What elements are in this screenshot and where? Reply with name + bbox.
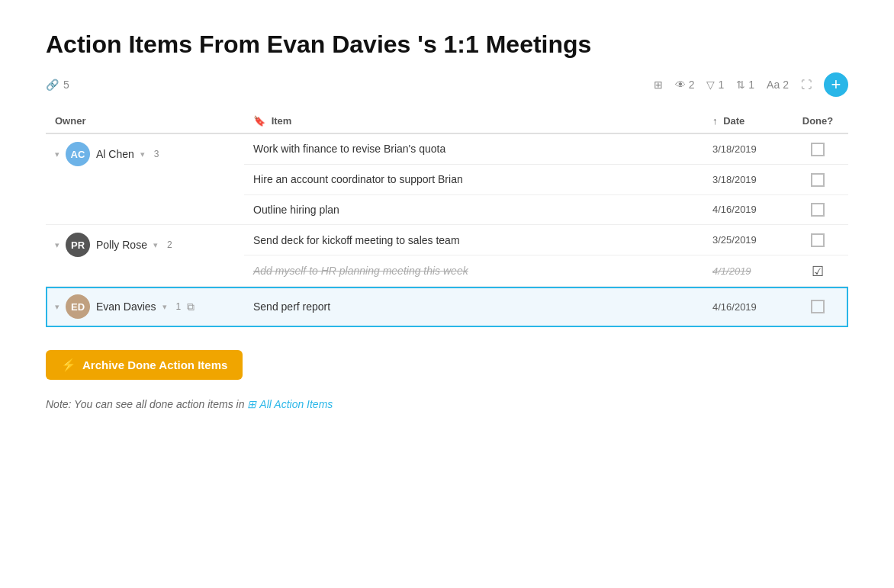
date-cell: 3/18/2019 [703,164,787,194]
date-cell: 4/16/2019 [703,194,787,225]
table-row: ▾ AC Al Chen ▾ 3 Work with finance to re… [46,133,848,164]
done-cell[interactable] [787,133,848,164]
sort-button[interactable]: ⇅ 1 [736,79,754,91]
checkbox-unchecked[interactable] [811,143,825,156]
owner-name: Polly Rose [96,239,147,251]
owner-cell: ▾ ED Evan Davies ▾ 1 ⧉ [46,287,244,327]
item-cell[interactable]: Send perf report [244,287,703,327]
all-action-items-link[interactable]: ⊞ All Action Items [247,398,333,410]
expand-button[interactable]: ⛶ [801,79,812,91]
action-items-table: Owner 🔖 Item ↑ Date Done? ▾ AC Al Chen ▾… [46,109,848,327]
owner-dropdown-icon[interactable]: ▾ [140,149,145,159]
item-cell: Hire an account coordinator to support B… [244,164,703,194]
archive-label: Archive Done Action Items [82,358,227,371]
sort-icon: ⇅ [736,79,745,91]
owner-dropdown-icon[interactable]: ▾ [153,240,158,250]
owner-name: Al Chen [96,148,134,160]
item-cell: Outline hiring plan [244,194,703,225]
archive-button[interactable]: ⚡ Archive Done Action Items [46,350,243,380]
note-text: Note: You can see all done action items … [46,398,848,410]
sort-count: 1 [748,79,754,91]
grid-icon: ⊞ [654,79,663,91]
viewers-button[interactable]: 👁 2 [675,79,695,91]
done-cell[interactable] [787,194,848,225]
external-link-icon[interactable]: ⧉ [187,300,195,313]
toolbar: 🔗 5 ⊞ 👁 2 ▽ 1 ⇅ 1 Aa 2 ⛶ + [46,72,848,97]
collapse-icon[interactable]: ▾ [55,149,59,159]
font-count: 2 [783,79,789,91]
eye-icon: 👁 [675,79,686,91]
owner-count: 3 [154,149,159,159]
item-cell: Send deck for kickoff meeting to sales t… [244,225,703,255]
checkbox-unchecked[interactable] [811,233,825,247]
item-cell: Add myself to HR planning meeting this w… [244,255,703,287]
owner-count: 2 [167,239,172,250]
done-cell[interactable] [787,225,848,255]
date-cell: 3/18/2019 [703,133,787,164]
date-cell: 4/16/2019 [703,287,787,327]
done-column-header: Done? [787,109,848,133]
date-column-header: ↑ Date [703,109,787,133]
link-label: All Action Items [259,398,333,410]
avatar: AC [66,142,90,166]
sort-up-icon: ↑ [712,115,718,127]
item-cell: Work with finance to revise Brian's quot… [244,133,703,164]
grid-small-icon: ⊞ [247,398,256,410]
table-row: ▾ PR Polly Rose ▾ 2 Send deck for kickof… [46,225,848,255]
grid-view-button[interactable]: ⊞ [654,79,663,91]
bolt-icon: ⚡ [61,358,76,372]
item-column-header: 🔖 Item [244,109,703,133]
font-icon: Aa [767,79,780,91]
done-cell[interactable] [787,164,848,194]
add-button[interactable]: + [824,72,848,97]
avatar: ED [66,294,90,319]
font-size-button[interactable]: Aa 2 [767,79,789,91]
done-cell[interactable] [787,287,848,327]
page-title: Action Items From Evan Davies 's 1:1 Mee… [46,31,848,59]
link-icon: 🔗 [46,79,59,91]
filters-count: 1 [718,79,724,91]
links-count: 5 [63,79,69,91]
owner-name: Evan Davies [96,300,156,313]
collapse-icon[interactable]: ▾ [55,302,59,312]
date-cell: 4/1/2019 [703,255,787,287]
table-header: Owner 🔖 Item ↑ Date Done? [46,109,848,133]
expand-icon: ⛶ [801,79,812,91]
checkbox-unchecked[interactable] [811,300,825,313]
filter-icon: ▽ [706,79,715,91]
owner-cell: ▾ PR Polly Rose ▾ 2 [46,225,244,287]
checkbox-unchecked[interactable] [811,203,825,217]
table-body: ▾ AC Al Chen ▾ 3 Work with finance to re… [46,133,848,327]
avatar: PR [66,233,90,257]
toolbar-left: 🔗 5 [46,79,69,91]
filter-button[interactable]: ▽ 1 [706,79,724,91]
checkbox-unchecked[interactable] [811,173,825,187]
owner-column-header: Owner [46,109,244,133]
owner-cell: ▾ AC Al Chen ▾ 3 [46,133,244,225]
toolbar-right: ⊞ 👁 2 ▽ 1 ⇅ 1 Aa 2 ⛶ + [654,72,848,97]
collapse-icon[interactable]: ▾ [55,240,59,250]
owner-dropdown-icon[interactable]: ▾ [162,302,167,312]
table-row: ▾ ED Evan Davies ▾ 1 ⧉ Send perf report4… [46,287,848,327]
bookmark-icon: 🔖 [253,115,265,127]
viewers-count: 2 [689,79,695,91]
done-cell[interactable]: ☑ [787,255,848,287]
owner-count: 1 [176,301,182,312]
checkbox-checked-icon[interactable]: ☑ [810,263,825,278]
date-cell: 3/25/2019 [703,225,787,255]
